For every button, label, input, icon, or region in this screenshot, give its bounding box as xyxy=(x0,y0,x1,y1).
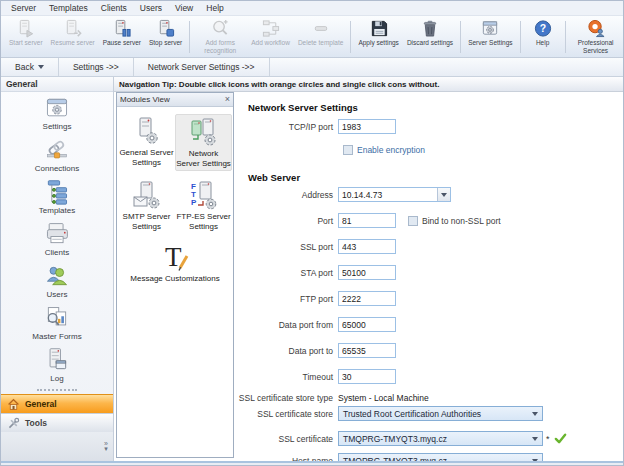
enable-encryption-checkbox[interactable] xyxy=(343,145,353,155)
professional-services-icon xyxy=(586,19,606,38)
modules-view-header: Modules View × xyxy=(117,93,233,107)
sta-port-label: STA port xyxy=(234,268,338,278)
sidebar-item-templates[interactable]: Templates xyxy=(1,176,113,218)
menu-bar: Server Templates Clients Users View Help xyxy=(1,1,623,16)
ftp-port-input[interactable] xyxy=(338,291,396,306)
address-combobox[interactable]: 10.14.4.73 xyxy=(338,187,451,202)
module-smtp-server-settings-label: SMTP Server Settings xyxy=(118,212,175,231)
cert-store-type-row: SSL certificate store type System - Loca… xyxy=(234,389,624,406)
toolbar-ribbon: Start server Resume server Pause server … xyxy=(1,16,623,58)
help-button[interactable]: ? Help xyxy=(524,18,562,56)
data-port-from-label: Data port from xyxy=(234,320,338,330)
sidebar-item-users-label: Users xyxy=(47,290,68,299)
chevron-glyph: » xyxy=(104,440,108,447)
module-general-server-settings[interactable]: General Server Settings xyxy=(118,114,175,171)
navigation-tip: Navigation Tip: Double click icons with … xyxy=(114,77,624,92)
apply-settings-button[interactable]: Apply settings xyxy=(354,18,402,56)
cert-store-type-value: System - Local Machine xyxy=(338,393,429,403)
enable-encryption-row: Enable encryption xyxy=(234,141,624,158)
module-message-customizations[interactable]: T Message Customizations xyxy=(118,240,232,286)
configure-buttons-chevron-icon[interactable]: »▾ xyxy=(104,441,108,451)
add-workflow-label: Add workflow xyxy=(251,39,290,47)
sidebar-item-users[interactable]: Users xyxy=(1,260,113,302)
bind-non-ssl-checkbox[interactable] xyxy=(408,216,418,226)
sidebar-item-clients[interactable]: Clients xyxy=(1,218,113,260)
sidebar-splitter-grip[interactable] xyxy=(37,389,77,391)
data-port-from-input[interactable] xyxy=(338,317,396,332)
close-icon[interactable]: × xyxy=(225,95,230,104)
module-network-server-settings[interactable]: Network Server Settings xyxy=(175,114,232,171)
sidebar-item-master-forms[interactable]: Master Forms xyxy=(1,302,113,344)
stop-server-button[interactable]: Stop server xyxy=(145,18,186,56)
professional-services-button[interactable]: Professional Services xyxy=(569,18,623,56)
navigation-tip-text: Navigation Tip: Double click icons with … xyxy=(119,80,439,89)
sidebar-item-settings[interactable]: Settings xyxy=(1,92,113,134)
dropdown-arrow-icon xyxy=(441,193,447,197)
menu-users[interactable]: Users xyxy=(140,3,162,13)
menu-help[interactable]: Help xyxy=(206,3,223,13)
module-smtp-server-settings[interactable]: SMTP Server Settings xyxy=(118,178,175,233)
delete-template-label: Delete template xyxy=(298,39,344,47)
accordion-general-label: General xyxy=(25,399,57,409)
breadcrumb-settings[interactable]: Settings ->> xyxy=(59,58,134,76)
resume-server-icon xyxy=(63,19,83,38)
sidebar-header-label: General xyxy=(6,79,38,89)
cert-store-dropdown[interactable] xyxy=(528,412,542,416)
cert-store-label: SSL certificate store xyxy=(234,409,338,419)
data-port-to-input[interactable] xyxy=(338,343,396,358)
home-icon xyxy=(7,398,20,411)
breadcrumb-settings-label: Settings ->> xyxy=(73,62,119,72)
accordion-tools[interactable]: Tools xyxy=(1,413,113,432)
add-workflow-button: Add workflow xyxy=(247,18,294,56)
address-dropdown-button[interactable] xyxy=(437,188,450,201)
sta-port-row: STA port xyxy=(234,264,624,281)
discard-settings-button[interactable]: Discard settings xyxy=(403,18,457,56)
tcp-port-input[interactable] xyxy=(338,119,396,134)
breadcrumb-network-server-settings[interactable]: Network Server Settings ->> xyxy=(134,58,270,76)
delete-template-icon xyxy=(311,19,331,38)
start-server-label: Start server xyxy=(9,39,43,47)
server-settings-button[interactable]: Server Settings xyxy=(464,18,516,56)
section-web-title: Web Server xyxy=(234,172,300,183)
sidebar-item-settings-label: Settings xyxy=(43,122,72,131)
left-sidebar: General Settings Connections Templates C… xyxy=(1,77,114,466)
sta-port-input[interactable] xyxy=(338,265,396,280)
cert-store-row: SSL certificate store Trusted Root Certi… xyxy=(234,405,624,422)
bind-non-ssl-label: Bind to non-SSL port xyxy=(422,216,501,226)
ssl-certificate-dropdown[interactable] xyxy=(528,437,542,441)
timeout-input[interactable] xyxy=(338,369,396,384)
toolbar-separator xyxy=(520,21,521,53)
pause-server-button[interactable]: Pause server xyxy=(99,18,145,56)
sidebar-item-connections[interactable]: Connections xyxy=(1,134,113,176)
tcp-port-row: TCP/IP port xyxy=(234,118,624,135)
address-value: 10.14.4.73 xyxy=(339,190,437,200)
stop-server-label: Stop server xyxy=(149,39,182,47)
port-input[interactable] xyxy=(338,213,396,228)
menu-templates[interactable]: Templates xyxy=(49,3,88,13)
required-asterisk: * xyxy=(546,434,550,444)
accordion-general[interactable]: General xyxy=(1,394,113,413)
data-port-to-row: Data port to xyxy=(234,342,624,359)
menu-server[interactable]: Server xyxy=(11,3,36,13)
sidebar-item-master-forms-label: Master Forms xyxy=(32,332,81,341)
cert-store-type-label: SSL certificate store type xyxy=(234,393,338,403)
cert-store-combobox[interactable]: Trusted Root Certification Authorities xyxy=(338,406,543,421)
server-settings-icon xyxy=(480,19,500,38)
settings-form: Network Server Settings TCP/IP port Enab… xyxy=(234,92,624,461)
sidebar-item-log[interactable]: Log xyxy=(1,344,113,386)
ssl-certificate-combobox[interactable]: TMQPRG-TMYQT3.myq.cz xyxy=(338,431,543,446)
section-network-heading: Network Server Settings xyxy=(234,99,624,116)
menu-clients[interactable]: Clients xyxy=(101,3,127,13)
module-general-server-settings-label: General Server Settings xyxy=(118,148,175,167)
data-port-to-label: Data port to xyxy=(234,346,338,356)
breadcrumb: Back Settings ->> Network Server Setting… xyxy=(1,58,623,77)
back-button[interactable]: Back xyxy=(1,58,59,76)
port-label: Port xyxy=(234,216,338,226)
ssl-port-input[interactable] xyxy=(338,239,396,254)
module-ftp-es-server-settings[interactable]: FTP FTP-ES Server Settings xyxy=(175,178,232,233)
pause-server-label: Pause server xyxy=(103,39,141,47)
module-network-server-settings-label: Network Server Settings xyxy=(176,149,231,168)
log-icon xyxy=(44,347,70,373)
network-server-settings-icon xyxy=(189,117,219,147)
menu-view[interactable]: View xyxy=(175,3,193,13)
